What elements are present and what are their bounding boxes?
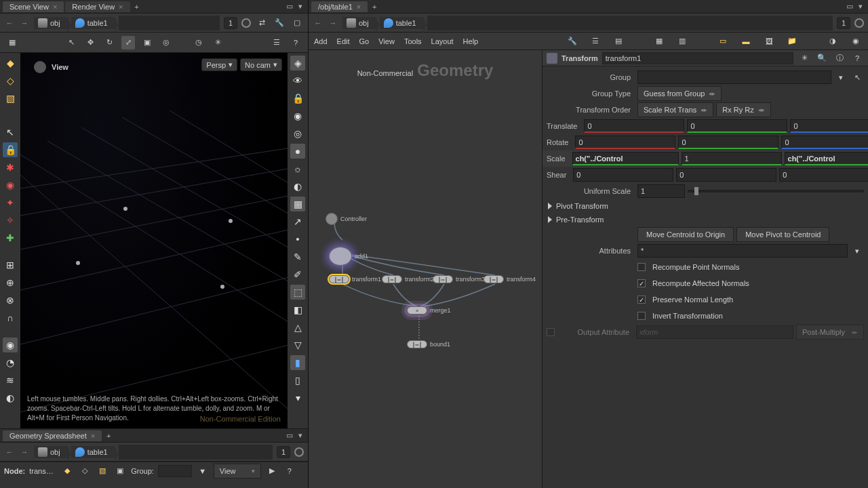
chk-invert[interactable] — [637, 312, 646, 320]
rshelf-15-icon[interactable]: △ — [290, 320, 305, 335]
rshelf-11-icon[interactable]: ✎ — [290, 249, 305, 264]
grid2-icon[interactable]: ▥ — [675, 35, 689, 48]
menu-help[interactable]: Help — [463, 37, 479, 45]
shelf-geo-icon[interactable]: ◆ — [3, 56, 18, 70]
translate-tool-icon[interactable]: ✥ — [83, 36, 97, 49]
pivot-disclosure[interactable]: Pivot Transform — [542, 199, 868, 213]
play-icon[interactable]: ▶ — [265, 464, 279, 478]
maximize-icon[interactable]: ▭ — [285, 431, 294, 441]
class-vertex-icon[interactable]: ◇ — [78, 464, 92, 478]
rord-dropdown[interactable]: Rx Ry Rz◂▸ — [716, 102, 770, 117]
clock-icon[interactable]: ◷ — [192, 36, 205, 49]
add-tab-button[interactable]: + — [369, 1, 380, 12]
group-field[interactable] — [158, 465, 192, 477]
rshelf-4-icon[interactable]: ◎ — [290, 126, 305, 141]
shelf-snap4-icon[interactable]: ∩ — [3, 310, 18, 325]
tz-field[interactable] — [790, 119, 868, 133]
shelf-red2-icon[interactable]: ◉ — [3, 178, 18, 192]
crumb-obj[interactable]: obj — [34, 446, 67, 458]
chk-output-attr[interactable] — [547, 328, 555, 336]
move-centroid-button[interactable]: Move Centroid to Origin — [637, 227, 734, 242]
nav-fwd-icon[interactable]: → — [19, 447, 30, 458]
nav-fwd-icon[interactable]: → — [19, 18, 30, 28]
pin-view-icon[interactable] — [241, 18, 251, 28]
shelf-red3-icon[interactable]: ✦ — [3, 195, 18, 210]
dolly-tool-icon[interactable]: ◎ — [159, 36, 173, 49]
output-attr-field[interactable] — [636, 325, 793, 339]
rshelf-18-icon[interactable]: ▯ — [290, 373, 305, 388]
output-mode-dropdown[interactable]: Post-Multiply◂▸ — [796, 325, 864, 340]
grid-icon[interactable]: ▦ — [652, 35, 666, 48]
uscale-slider[interactable] — [688, 190, 864, 192]
rshelf-14-icon[interactable]: ◧ — [290, 302, 305, 317]
crumb-obj[interactable]: obj — [34, 17, 67, 29]
rshelf-1-icon[interactable]: 👁 — [290, 73, 305, 88]
node-add1[interactable]: add1 — [329, 247, 368, 266]
node-bound1[interactable]: ║═║bound1 — [407, 340, 450, 348]
tab-scene-view[interactable]: Scene View× — [3, 1, 64, 12]
info-icon[interactable]: ⓘ — [833, 52, 846, 65]
rshelf-2-icon[interactable]: 🔒 — [290, 91, 305, 106]
chk-recompute-aff[interactable] — [637, 279, 646, 287]
note2-icon[interactable]: ▬ — [739, 35, 753, 48]
network-view[interactable]: Non-Commercial Geometry Controller add1 — [309, 50, 542, 488]
help-icon[interactable]: ? — [289, 36, 302, 49]
maximize-icon[interactable]: ▭ — [285, 2, 294, 12]
node-merge1[interactable]: ≡merge1 — [407, 306, 451, 314]
rshelf-19-icon[interactable]: ▾ — [290, 390, 305, 405]
rshelf-13-icon[interactable]: ⬚ — [290, 285, 305, 300]
xord-dropdown[interactable]: Scale Rot Trans◂▸ — [637, 102, 713, 117]
node-transform4[interactable]: ║═║transform4 — [484, 275, 536, 283]
node-controller[interactable]: Controller — [326, 213, 367, 225]
tab-network[interactable]: /obj/table1× — [311, 1, 368, 12]
view-index[interactable]: 1 — [224, 17, 237, 29]
class-detail-icon[interactable]: ▣ — [113, 464, 127, 478]
arrow-tool-icon[interactable]: ↖ — [64, 36, 78, 49]
nav-back-icon[interactable]: ← — [4, 447, 15, 458]
rshelf-8-icon[interactable]: ▦ — [290, 197, 305, 211]
palette-icon[interactable]: ◑ — [826, 35, 840, 48]
shelf-current-icon[interactable]: ◉ — [3, 338, 18, 352]
nav-fwd-icon[interactable]: → — [328, 18, 338, 28]
shelf-red4-icon[interactable]: ✧ — [3, 213, 18, 228]
menu-go[interactable]: Go — [359, 37, 370, 45]
sz-field[interactable] — [785, 152, 868, 165]
rshelf-3-icon[interactable]: ◉ — [290, 108, 305, 123]
pane-menu-icon[interactable]: ▾ — [296, 2, 305, 12]
rshelf-5-icon[interactable]: ● — [290, 144, 305, 159]
node-transform1[interactable]: ║═║transform1 — [329, 275, 381, 283]
pin-view-icon[interactable] — [294, 447, 304, 457]
ty-field[interactable] — [687, 119, 787, 133]
pane-menu-icon[interactable]: ▾ — [856, 2, 865, 12]
layout-icon[interactable]: ▦ — [5, 36, 19, 49]
menu-tools[interactable]: Tools — [404, 37, 422, 45]
prexform-disclosure[interactable]: Pre-Transform — [542, 213, 868, 226]
nav-back-icon[interactable]: ← — [313, 18, 323, 28]
crumb-obj[interactable]: obj — [342, 17, 376, 29]
shelf-snap2-icon[interactable]: ⊕ — [3, 275, 18, 290]
shz-field[interactable] — [779, 168, 868, 182]
view-index[interactable]: 1 — [837, 17, 850, 29]
shelf-light-icon[interactable]: ◇ — [3, 73, 18, 88]
op-name-field[interactable] — [602, 52, 793, 64]
rshelf-7-icon[interactable]: ◐ — [290, 179, 305, 194]
crumb-table1[interactable]: table1 — [71, 446, 115, 458]
nav-back-icon[interactable]: ← — [4, 18, 15, 28]
move-pivot-button[interactable]: Move Pivot to Centroid — [736, 227, 829, 242]
chk-recompute-pt[interactable] — [637, 263, 646, 271]
rotate-tool-icon[interactable]: ↻ — [102, 36, 116, 49]
add-tab-button[interactable]: + — [132, 1, 142, 12]
sx-field[interactable] — [572, 152, 679, 165]
sy-field[interactable] — [682, 152, 782, 165]
view-index[interactable]: 1 — [277, 446, 290, 458]
group-type-dropdown[interactable]: Guess from Group◂▸ — [637, 86, 722, 101]
filter-icon[interactable]: ▼ — [196, 464, 210, 478]
help-icon[interactable]: ? — [283, 464, 296, 478]
rshelf-10-icon[interactable]: • — [290, 232, 305, 247]
note1-icon[interactable]: ▭ — [716, 35, 730, 48]
rz-field[interactable] — [781, 136, 868, 149]
group-menu-icon[interactable]: ▾ — [834, 70, 848, 84]
menu-add[interactable]: Add — [314, 37, 328, 45]
menu-layout[interactable]: Layout — [431, 37, 454, 45]
add-tab-button[interactable]: + — [103, 430, 114, 441]
